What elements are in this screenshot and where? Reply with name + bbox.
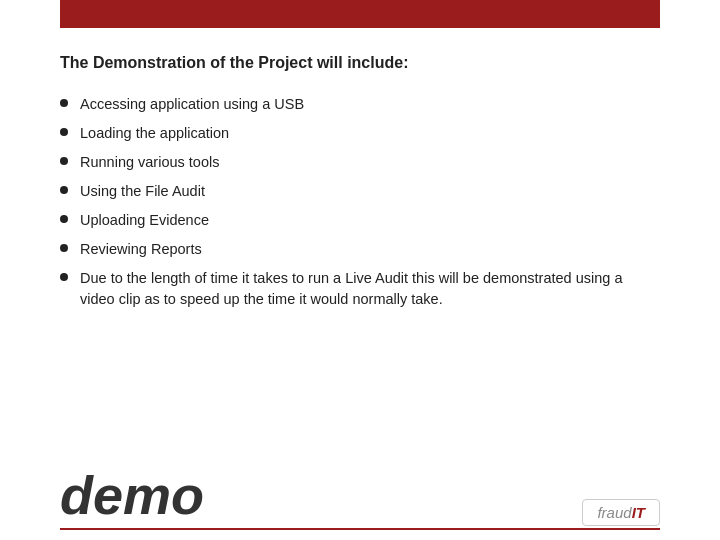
bullet-icon [60,157,68,165]
bullet-icon [60,273,68,281]
content-area: The Demonstration of the Project will in… [60,44,660,480]
list-item: Using the File Audit [60,181,660,202]
bullet-icon [60,186,68,194]
list-item-text: Accessing application using a USB [80,94,304,115]
fraud-it-badge: fraudIT [582,499,660,526]
list-item: Reviewing Reports [60,239,660,260]
demo-word: demo [60,468,204,522]
list-item-text: Reviewing Reports [80,239,202,260]
bullet-icon [60,215,68,223]
main-heading: The Demonstration of the Project will in… [60,54,660,72]
it-text: IT [632,504,645,521]
fraud-text: fraud [597,504,631,521]
bullet-icon [60,128,68,136]
list-item-text: Using the File Audit [80,181,205,202]
list-item-text: Uploading Evidence [80,210,209,231]
bullet-icon [60,99,68,107]
bottom-line [60,528,660,530]
list-item: Due to the length of time it takes to ru… [60,268,660,310]
list-item-text: Running various tools [80,152,219,173]
red-bar-header [60,0,660,28]
page-container: The Demonstration of the Project will in… [0,0,720,540]
list-item: Running various tools [60,152,660,173]
list-item-text: Due to the length of time it takes to ru… [80,268,660,310]
list-item: Uploading Evidence [60,210,660,231]
list-item-text: Loading the application [80,123,229,144]
list-item: Accessing application using a USB [60,94,660,115]
list-item: Loading the application [60,123,660,144]
bullet-list: Accessing application using a USBLoading… [60,94,660,310]
demo-section: demo fraudIT [0,460,720,540]
bullet-icon [60,244,68,252]
